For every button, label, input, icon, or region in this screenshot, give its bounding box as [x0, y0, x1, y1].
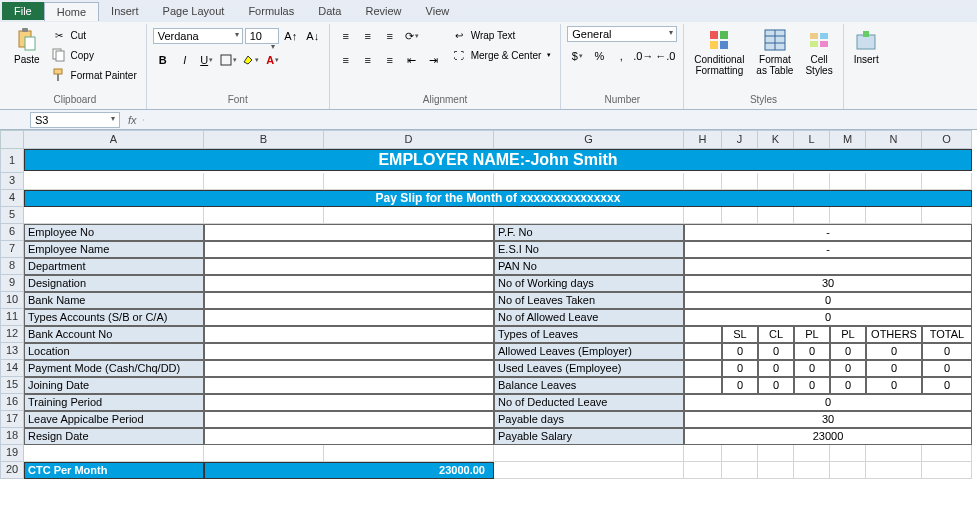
- field-value[interactable]: 23000: [684, 428, 972, 445]
- leave-value[interactable]: 0: [722, 360, 758, 377]
- field-label[interactable]: Allowed Leaves (Employer): [494, 343, 684, 360]
- leave-header[interactable]: CL: [758, 326, 794, 343]
- empty-cell[interactable]: [830, 173, 866, 190]
- leave-value[interactable]: 0: [722, 377, 758, 394]
- percent-icon[interactable]: %: [589, 46, 609, 66]
- italic-button[interactable]: I: [175, 50, 195, 70]
- field-label[interactable]: P.F. No: [494, 224, 684, 241]
- field-input[interactable]: [204, 411, 494, 428]
- empty-cell[interactable]: [922, 462, 972, 479]
- merge-center-button[interactable]: ⛶Merge & Center▾: [448, 46, 555, 64]
- field-value[interactable]: 0: [684, 309, 972, 326]
- field-label[interactable]: Designation: [24, 275, 204, 292]
- empty-cell[interactable]: [324, 173, 494, 190]
- empty-cell[interactable]: [204, 173, 324, 190]
- empty-cell[interactable]: [684, 173, 722, 190]
- cell-styles-button[interactable]: Cell Styles: [801, 26, 836, 78]
- col-header[interactable]: L: [794, 130, 830, 149]
- row-header[interactable]: 3: [0, 173, 24, 190]
- name-box[interactable]: S3: [30, 112, 120, 128]
- col-header[interactable]: K: [758, 130, 794, 149]
- row-header[interactable]: 10: [0, 292, 24, 309]
- copy-button[interactable]: Copy: [48, 46, 140, 64]
- wrap-text-button[interactable]: ↩Wrap Text: [448, 26, 555, 44]
- field-label[interactable]: No of Allowed Leave: [494, 309, 684, 326]
- leave-header[interactable]: PL: [794, 326, 830, 343]
- field-input[interactable]: [204, 241, 494, 258]
- cell[interactable]: [684, 326, 722, 343]
- tab-insert[interactable]: Insert: [99, 2, 151, 20]
- leave-header[interactable]: SL: [722, 326, 758, 343]
- orientation-icon[interactable]: ⟳: [402, 26, 422, 46]
- field-value[interactable]: -: [684, 241, 972, 258]
- paste-button[interactable]: Paste: [10, 26, 44, 67]
- empty-cell[interactable]: [922, 445, 972, 462]
- field-input[interactable]: [204, 394, 494, 411]
- empty-cell[interactable]: [494, 445, 684, 462]
- cut-button[interactable]: ✂Cut: [48, 26, 140, 44]
- field-label[interactable]: E.S.I No: [494, 241, 684, 258]
- field-input[interactable]: [204, 224, 494, 241]
- ctc-label[interactable]: CTC Per Month: [24, 462, 204, 479]
- field-value[interactable]: [684, 258, 972, 275]
- ctc-value[interactable]: 23000.00: [204, 462, 494, 479]
- field-label[interactable]: Location: [24, 343, 204, 360]
- tab-review[interactable]: Review: [353, 2, 413, 20]
- row-header[interactable]: 9: [0, 275, 24, 292]
- leave-value[interactable]: 0: [794, 343, 830, 360]
- tab-page-layout[interactable]: Page Layout: [151, 2, 237, 20]
- empty-cell[interactable]: [684, 445, 722, 462]
- empty-cell[interactable]: [24, 173, 204, 190]
- col-header[interactable]: J: [722, 130, 758, 149]
- empty-cell[interactable]: [794, 173, 830, 190]
- select-all-corner[interactable]: [0, 130, 24, 149]
- field-label[interactable]: Employee No: [24, 224, 204, 241]
- field-value[interactable]: 30: [684, 275, 972, 292]
- tab-file[interactable]: File: [2, 2, 44, 20]
- empty-cell[interactable]: [684, 462, 722, 479]
- row-header[interactable]: 16: [0, 394, 24, 411]
- row-header[interactable]: 13: [0, 343, 24, 360]
- row-header[interactable]: 4: [0, 190, 24, 207]
- leave-value[interactable]: 0: [794, 360, 830, 377]
- underline-button[interactable]: U: [197, 50, 217, 70]
- row-header[interactable]: 18: [0, 428, 24, 445]
- empty-cell[interactable]: [204, 207, 324, 224]
- empty-cell[interactable]: [866, 207, 922, 224]
- field-label[interactable]: Bank Name: [24, 292, 204, 309]
- field-input[interactable]: [204, 258, 494, 275]
- empty-cell[interactable]: [922, 173, 972, 190]
- col-header[interactable]: H: [684, 130, 722, 149]
- field-label[interactable]: Used Leaves (Employee): [494, 360, 684, 377]
- tab-formulas[interactable]: Formulas: [236, 2, 306, 20]
- format-painter-button[interactable]: Format Painter: [48, 66, 140, 84]
- cell[interactable]: [684, 377, 722, 394]
- field-value[interactable]: 0: [684, 292, 972, 309]
- empty-cell[interactable]: [830, 445, 866, 462]
- field-label[interactable]: Bank Account No: [24, 326, 204, 343]
- font-size-select[interactable]: 10: [245, 28, 279, 44]
- cell[interactable]: [684, 343, 722, 360]
- field-input[interactable]: [204, 377, 494, 394]
- conditional-formatting-button[interactable]: Conditional Formatting: [690, 26, 748, 78]
- leave-value[interactable]: 0: [758, 360, 794, 377]
- leave-value[interactable]: 0: [830, 343, 866, 360]
- leave-value[interactable]: 0: [794, 377, 830, 394]
- leave-header[interactable]: PL: [830, 326, 866, 343]
- empty-cell[interactable]: [722, 173, 758, 190]
- col-header[interactable]: A: [24, 130, 204, 149]
- row-header[interactable]: 12: [0, 326, 24, 343]
- field-label[interactable]: Balance Leaves: [494, 377, 684, 394]
- row-header[interactable]: 5: [0, 207, 24, 224]
- leave-value[interactable]: 0: [830, 377, 866, 394]
- field-label[interactable]: No of Working days: [494, 275, 684, 292]
- empty-cell[interactable]: [324, 207, 494, 224]
- border-button[interactable]: [219, 50, 239, 70]
- inc-decimal-icon[interactable]: .0→: [633, 46, 653, 66]
- fx-icon[interactable]: fx: [122, 114, 143, 126]
- field-label[interactable]: Types Accounts (S/B or C/A): [24, 309, 204, 326]
- leave-value[interactable]: 0: [758, 377, 794, 394]
- indent-inc-icon[interactable]: ⇥: [424, 50, 444, 70]
- empty-cell[interactable]: [722, 207, 758, 224]
- row-header[interactable]: 17: [0, 411, 24, 428]
